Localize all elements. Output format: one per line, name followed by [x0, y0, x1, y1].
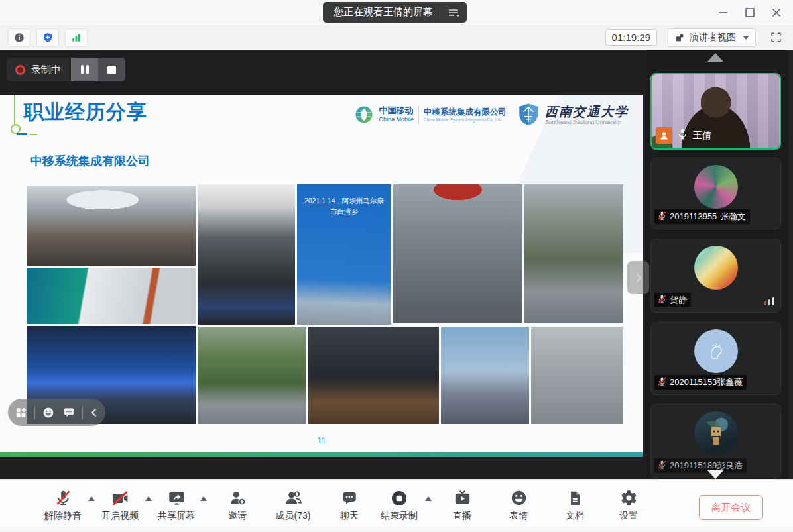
- slide-logos: 中国移动 China Mobile 中移系统集成有限公司 China Mobil…: [354, 103, 629, 127]
- document-icon: [547, 487, 603, 509]
- swjtu-en: Southwest Jiaotong University: [545, 119, 629, 125]
- photo-street-greenery: [198, 327, 306, 424]
- docs-button[interactable]: 文档: [547, 487, 603, 522]
- emoji-quick-icon[interactable]: [42, 406, 55, 419]
- main-area: 职业经历分享 中移系统集成有限公司 中国移动 China Mobile: [0, 50, 793, 479]
- emoji-button[interactable]: 表情: [491, 487, 546, 522]
- layout-grid-icon[interactable]: [15, 406, 28, 419]
- cmsi-en: China Mobile System Integration Co.,Ltd.: [424, 117, 507, 123]
- avatar: [694, 329, 738, 373]
- live-tv-icon: [434, 487, 490, 509]
- view-mode-selector[interactable]: 演讲者视图: [668, 28, 756, 47]
- title-accent-line: [14, 95, 15, 124]
- fullscreen-icon[interactable]: [766, 29, 785, 46]
- china-mobile-cn: 中国移动: [379, 106, 414, 116]
- security-shield-icon[interactable]: [36, 28, 59, 47]
- mic-muted-icon: [657, 460, 667, 472]
- live-label: 直播: [434, 510, 490, 522]
- china-mobile-swirl-icon: [354, 105, 374, 125]
- members-label: 成员(73): [265, 510, 321, 522]
- invite-button[interactable]: 邀请: [210, 487, 265, 522]
- meeting-app-window: 您正在观看王倩的屏幕: [0, 0, 793, 532]
- participant-tile-wangqian[interactable]: 王倩: [650, 73, 781, 150]
- share-screen-button[interactable]: 共享屏幕: [149, 487, 204, 522]
- title-bar: 您正在观看王倩的屏幕: [0, 0, 793, 25]
- camera-muted-icon: [92, 487, 148, 509]
- panel-collapse-handle[interactable]: [627, 261, 649, 294]
- participant-tile-hejing[interactable]: 贺静: [650, 239, 781, 313]
- shared-screen-stage: 职业经历分享 中移系统集成有限公司 中国移动 China Mobile: [0, 50, 646, 479]
- share-options-caret[interactable]: [200, 496, 207, 501]
- title-underline-blue: [17, 133, 27, 135]
- members-button[interactable]: 成员(73): [265, 487, 321, 522]
- slide-page-number: 11: [0, 435, 643, 445]
- title-accent-circle: [11, 124, 21, 134]
- meeting-toolbar: 01:19:29 演讲者视图: [0, 25, 793, 50]
- collapse-pill-chevron-icon[interactable]: [90, 407, 99, 418]
- meeting-info-icon[interactable]: [8, 28, 30, 47]
- recording-dot-icon: [15, 65, 25, 75]
- unmute-button[interactable]: 解除静音: [35, 487, 91, 522]
- unmute-label: 解除静音: [35, 510, 91, 522]
- emoji-smiley-icon: [491, 487, 546, 509]
- bottom-toolbar: 解除静音 开启视频 共享屏幕 邀请 成员(73): [0, 479, 793, 532]
- end-recording-button[interactable]: 结束录制: [371, 487, 427, 522]
- participant-tile-zhangxinwei[interactable]: 2020115153张鑫薇: [650, 322, 781, 395]
- participants-panel: 王倩 2019113955-张瀚文: [646, 50, 793, 479]
- stop-recording-button[interactable]: [98, 58, 125, 81]
- view-mode-label: 演讲者视图: [690, 32, 736, 44]
- photo-meeting-room: [27, 186, 196, 266]
- participant-name: 贺静: [670, 294, 687, 306]
- layout-icon: [674, 32, 685, 43]
- close-icon[interactable]: [766, 3, 786, 23]
- network-signal-icon[interactable]: [65, 28, 88, 47]
- mic-muted-icon: [657, 211, 667, 223]
- invite-label: 邀请: [210, 510, 265, 522]
- scroll-down-arrow-icon[interactable]: [707, 470, 723, 479]
- avatar: [694, 165, 738, 209]
- scroll-up-arrow-icon[interactable]: [707, 53, 723, 62]
- recording-options-caret[interactable]: [425, 496, 432, 501]
- photo-construction-site: [531, 327, 623, 424]
- chat-button[interactable]: 聊天: [322, 487, 377, 522]
- settings-label: 设置: [601, 510, 656, 522]
- live-button[interactable]: 直播: [434, 487, 490, 522]
- maximize-icon[interactable]: [740, 3, 760, 23]
- recording-label: 录制中: [31, 64, 61, 76]
- china-mobile-logo: 中国移动 China Mobile 中移系统集成有限公司 China Mobil…: [354, 105, 507, 125]
- logo-divider: [418, 106, 419, 124]
- slide-subtitle: 中移系统集成有限公司: [30, 153, 150, 169]
- title-underline-green: [30, 134, 37, 135]
- mic-muted-icon: [35, 487, 91, 509]
- meeting-timer: 01:19:29: [605, 29, 657, 46]
- pill-divider: [34, 406, 35, 419]
- banner-menu-icon[interactable]: [447, 7, 461, 19]
- gear-icon: [601, 487, 656, 509]
- recording-status: 录制中: [7, 58, 71, 81]
- pause-recording-button[interactable]: [71, 58, 98, 81]
- end-recording-label: 结束录制: [371, 510, 427, 522]
- share-screen-label: 共享屏幕: [149, 510, 204, 522]
- chevron-down-icon: [743, 36, 749, 40]
- photo-caption: 2021.1.14，阿坝州马尔康市白湾乡: [303, 184, 386, 217]
- chat-bubble-icon: [322, 487, 377, 509]
- status-buttons: [8, 28, 88, 47]
- stop-record-icon: [371, 487, 427, 509]
- bottom-edge-strip: [0, 527, 793, 532]
- participant-tile-penglianghao[interactable]: 2019115189彭良浩: [650, 404, 781, 478]
- photo-stairs-arch: [393, 184, 522, 323]
- avatar: [694, 246, 738, 290]
- slide-title: 职业经历分享: [24, 99, 147, 126]
- leave-meeting-button[interactable]: 离开会议: [699, 495, 762, 520]
- docs-label: 文档: [547, 510, 603, 522]
- toolbar-right: 01:19:29 演讲者视图: [605, 28, 785, 47]
- panel-scrollbar[interactable]: [788, 50, 793, 479]
- mic-on-icon: [676, 128, 689, 143]
- participant-tile-zhanghanwen[interactable]: 2019113955-张瀚文: [650, 158, 781, 229]
- swjtu-cn: 西南交通大学: [545, 104, 629, 119]
- floating-quick-actions: [8, 399, 105, 426]
- chat-quick-icon[interactable]: [62, 406, 76, 419]
- start-video-button[interactable]: 开启视频: [92, 487, 148, 522]
- settings-button[interactable]: 设置: [601, 487, 656, 522]
- minimize-icon[interactable]: [713, 3, 733, 23]
